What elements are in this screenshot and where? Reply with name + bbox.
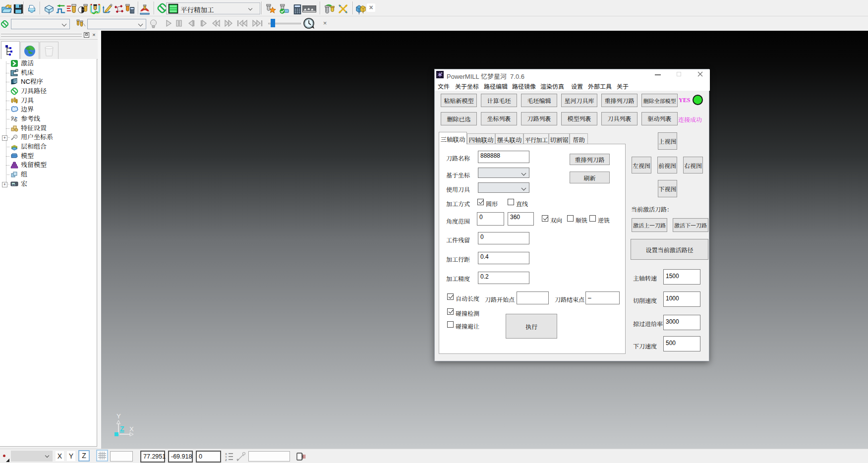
svg-text:Y: Y bbox=[116, 412, 121, 420]
svg-text:X: X bbox=[129, 425, 134, 433]
svg-text:Z: Z bbox=[120, 425, 124, 433]
svg-text:Z: Z bbox=[225, 459, 227, 462]
